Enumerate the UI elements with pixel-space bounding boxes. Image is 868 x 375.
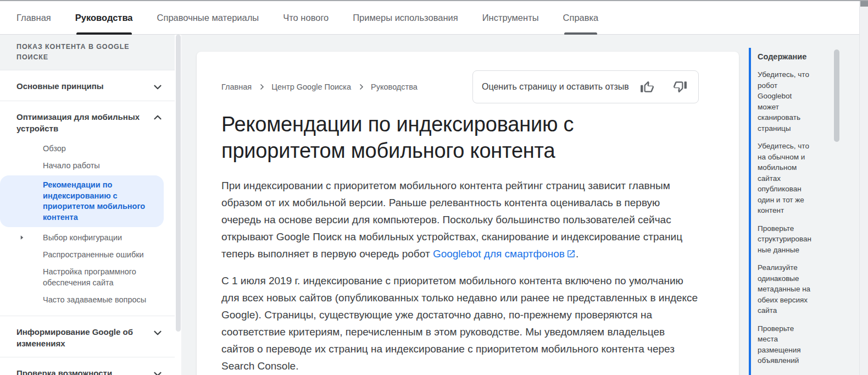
sidebar-group-javascript-indexing: Проверка возможности индексирования Java… <box>0 357 175 375</box>
feedback-label: Оценить страницу и оставить отзыв <box>482 82 640 92</box>
triangle-right-icon <box>17 233 27 242</box>
sidebar-item-label: Выбор конфигурации <box>43 232 158 243</box>
paragraph-text: . <box>576 248 578 260</box>
tab-label: Главная <box>16 13 51 23</box>
sidebar-navigation: ПОКАЗ КОНТЕНТА В GOOGLE ПОИСКЕ Основные … <box>0 35 175 375</box>
tab-whats-new[interactable]: Что нового <box>283 1 329 34</box>
sidebar-group-toggle[interactable]: Основные принципы <box>16 80 164 93</box>
page-scrollbar-thumb[interactable] <box>860 1 868 7</box>
open-in-new-icon <box>566 249 576 258</box>
sidebar-group-toggle[interactable]: Информирование Google об изменениях <box>16 326 164 349</box>
breadcrumb-link-guides[interactable]: Руководства <box>371 82 418 91</box>
tab-label: Что нового <box>283 13 329 23</box>
breadcrumb-link-search-central[interactable]: Центр Google Поиска <box>271 82 351 91</box>
toc-item-same-content[interactable]: Убедитесь, что на обычном и мобильном са… <box>758 141 813 216</box>
chevron-down-icon <box>152 368 164 375</box>
sidebar-group-label: Оптимизация для мобильных устройств <box>16 111 144 134</box>
chevron-right-icon <box>257 82 266 92</box>
toc-heading: Содержание <box>758 51 837 62</box>
sidebar-item-label: Начало работы <box>43 160 158 171</box>
sidebar-item-site-software[interactable]: Настройка программного обеспечения сайта <box>0 263 164 291</box>
thumb-down-icon[interactable] <box>673 80 687 94</box>
toc-item-googlebot-can-crawl[interactable]: Убедитесь, что робот Googlebot может ска… <box>758 69 813 134</box>
sidebar-group-label: Информирование Google об изменениях <box>16 326 144 349</box>
article-paragraph: С 1 июля 2019 г. индексирование с приори… <box>221 272 699 374</box>
tab-label: Справка <box>563 13 599 23</box>
article-card: Главная Центр Google Поиска Руководства … <box>197 52 739 375</box>
article-paragraph: При индексировании с приоритетом мобильн… <box>221 177 699 262</box>
sidebar-group-fundamentals: Основные принципы <box>0 70 175 101</box>
sidebar-item-overview[interactable]: Обзор <box>0 140 164 157</box>
sidebar-sublist: Обзор Начало работы Рекомендации по инде… <box>0 140 164 308</box>
tab-home[interactable]: Главная <box>16 1 51 34</box>
tab-label: Примеры использования <box>353 13 458 23</box>
breadcrumb: Главная Центр Google Поиска Руководства <box>221 82 418 92</box>
breadcrumb-row: Главная Центр Google Поиска Руководства … <box>221 70 699 103</box>
tab-case-studies[interactable]: Примеры использования <box>353 1 458 34</box>
toc-item-images-video[interactable]: Проверьте графику и видео <box>758 373 813 375</box>
sidebar-item-label: Распространенные ошибки <box>43 249 158 260</box>
sidebar-group-mobile: Оптимизация для мобильных устройств Обзо… <box>0 101 175 316</box>
sidebar-group-label: Основные принципы <box>16 80 104 92</box>
sidebar-item-choose-configuration[interactable]: Выбор конфигурации <box>0 229 164 246</box>
tab-label: Инструменты <box>482 13 539 23</box>
page-root: Главная Руководства Справочные материалы… <box>0 0 868 375</box>
chevron-right-icon <box>356 82 366 92</box>
toc-item-structured-data[interactable]: Проверьте структурированные данные <box>758 223 813 256</box>
breadcrumb-link-home[interactable]: Главная <box>221 82 252 91</box>
top-navigation: Главная Руководства Справочные материалы… <box>0 1 859 35</box>
sidebar-item-label: Обзор <box>43 143 158 154</box>
toc-scrollbar-thumb[interactable] <box>834 49 839 142</box>
tab-label: Справочные материалы <box>157 13 259 23</box>
chevron-down-icon <box>152 327 164 339</box>
sidebar-item-mobile-first-best-practices[interactable]: Рекомендации по индексированию с приорит… <box>0 175 164 227</box>
toc-item-metadata[interactable]: Реализуйте одинаковые метаданные на обеи… <box>758 262 813 316</box>
tab-label: Руководства <box>75 13 133 23</box>
sidebar-scrollbar-thumb[interactable] <box>176 35 181 332</box>
sidebar-item-label: Часто задаваемые вопросы <box>43 294 158 305</box>
page-scrollbar <box>859 1 868 375</box>
feedback-widget: Оценить страницу и оставить отзыв <box>472 70 699 103</box>
sidebar-section-label: ПОКАЗ КОНТЕНТА В GOOGLE ПОИСКЕ <box>0 35 175 70</box>
table-of-contents: Содержание Убедитесь, что робот Googlebo… <box>749 48 837 375</box>
chevron-down-icon <box>152 81 164 93</box>
tab-reference[interactable]: Справочные материалы <box>157 1 259 34</box>
googlebot-smartphone-link[interactable]: Googlebot для смартфонов <box>433 248 576 260</box>
sidebar-item-common-mistakes[interactable]: Распространенные ошибки <box>0 246 164 263</box>
link-text: Googlebot для смартфонов <box>433 248 565 260</box>
page-title: Рекомендации по индексированию с приорит… <box>221 111 699 164</box>
sidebar-group-label: Проверка возможности индексирования Java… <box>16 367 144 375</box>
toc-item-ad-placement[interactable]: Проверьте места размещения объявлений <box>758 323 813 366</box>
chevron-up-icon <box>152 112 164 124</box>
sidebar-item-label: Рекомендации по индексированию с приорит… <box>43 180 159 223</box>
sidebar-group-toggle[interactable]: Проверка возможности индексирования Java… <box>16 367 164 375</box>
sidebar-item-get-started[interactable]: Начало работы <box>0 157 164 174</box>
sidebar-item-faq[interactable]: Часто задаваемые вопросы <box>0 291 164 308</box>
tab-help[interactable]: Справка <box>563 1 599 34</box>
tab-guides[interactable]: Руководства <box>75 1 133 34</box>
sidebar-group-toggle[interactable]: Оптимизация для мобильных устройств <box>16 111 164 134</box>
sidebar-group-notify-google: Информирование Google об изменениях <box>0 316 175 357</box>
thumb-up-icon[interactable] <box>640 80 654 94</box>
sidebar-item-label: Настройка программного обеспечения сайта <box>43 266 158 288</box>
tab-tools[interactable]: Инструменты <box>482 1 539 34</box>
sidebar-scrollbar <box>175 35 181 375</box>
